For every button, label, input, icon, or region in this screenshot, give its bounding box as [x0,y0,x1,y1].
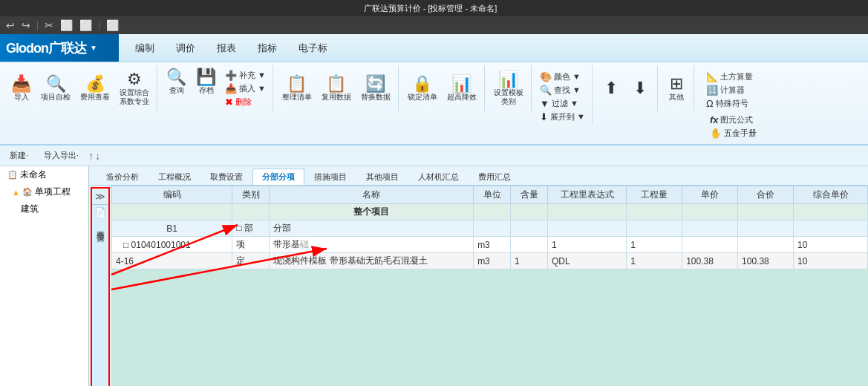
app-title: 广联达预算计价 - [投标管理 - 未命名] [0,3,861,14]
td-item2-price[interactable]: 100.38 [682,253,738,269]
menu-index[interactable]: 指标 [249,39,286,58]
menu-report[interactable]: 报表 [208,39,245,58]
tab-measures[interactable]: 措施项目 [304,169,356,185]
menu-ebid[interactable]: 电子标 [290,39,336,58]
collapse-label[interactable]: 整个项目 [92,220,108,234]
td-b1-comp [794,220,868,237]
insert-button[interactable]: 📥 插入 ▼ [222,82,269,95]
tree-item-single[interactable]: ▲ 🏠 单项工程 [0,183,88,200]
expand-button[interactable]: ⬇ 展开到 ▼ [537,111,588,123]
td-whole-name[interactable]: 整个项目 [270,204,474,220]
import-export-button[interactable]: 导入导出· [38,148,85,163]
fee-view-button[interactable]: 💰 费用查看 [76,73,114,104]
replace-button[interactable]: 🔄 替换数据 [357,73,394,104]
paste-button[interactable]: ⬜ [77,19,94,32]
project-icon: 📋 [7,170,18,180]
quick-toolbar: ↩ ↪ | ✂ ⬜ ⬜ | ⬜ [0,16,868,34]
collapse-side-panel[interactable]: ≫ 📄 整个项目 [91,187,110,386]
redo-button[interactable]: ↪ [19,19,33,32]
copy-button[interactable]: ⬜ [58,19,75,32]
tab-project-overview[interactable]: 工程概况 [149,169,200,185]
td-b1-price [682,220,738,237]
nav-arrows: ↑ ↓ [88,150,100,162]
color-button[interactable]: 🎨 颜色 ▼ [537,71,588,83]
td-item1-type: 项 [232,237,270,253]
tree-item-unnamed[interactable]: 📋 未命名 [0,166,88,183]
th-unit: 单位 [474,186,511,204]
overhead-button[interactable]: 📊 超高降效 [443,73,480,104]
settings-button[interactable]: ⚙ 设置综合系数专业 [116,69,153,108]
nav-down-arrow[interactable]: ↓ [95,150,100,162]
up-icon: ⬆ [604,80,618,96]
insert-icon: 📥 [225,83,237,94]
filter-button[interactable]: ▼ 过滤 ▼ [537,97,588,110]
td-item1-qty[interactable]: 1 [627,237,682,253]
other-button[interactable]: ⊞ 其他 [663,73,690,104]
td-item2-qty[interactable]: 1 [627,253,682,269]
td-item1-price [682,237,738,253]
td-item2-comp: 10 [794,253,868,269]
menu-edit[interactable]: 编制 [126,39,163,58]
formula-button[interactable]: fx 图元公式 [707,114,760,126]
th-name: 名称 [270,186,474,204]
query-button[interactable]: 🔍 查询 [163,67,190,97]
overhead-icon: 📊 [451,76,471,92]
lock-list-button[interactable]: 🔒 锁定清单 [404,73,441,104]
lock-icon: 🔒 [412,76,432,92]
th-quantity: 工程量 [627,186,682,204]
earthwork-button[interactable]: 📐 土方算量 [703,71,756,83]
td-whole-total [738,204,794,220]
logo-area[interactable]: Glodon广联达 ▼ [0,34,119,62]
down-icon: ⬇ [633,80,647,96]
logo-text: Glodon广联达 [6,39,86,57]
reuse-button[interactable]: 📋 复用数据 [318,73,355,104]
work-area: 📋 未命名 ▲ 🏠 单项工程 建筑 造价分析 工程概况 取费设置 分部分项 措施… [0,166,868,386]
move-up-button[interactable]: ⬆ [598,78,624,99]
table-content-area: ≫ 📄 整个项目 编码 类别 名称 单位 含量 工程里表达式 [89,186,868,386]
td-whole-comp [794,204,868,220]
title-bar: 广联达预算计价 - [投标管理 - 未命名] [0,0,868,16]
hardware-button[interactable]: ✋ 五金手册 [707,127,760,140]
special-symbol-button[interactable]: Ω 特殊符号 [703,97,756,110]
main-table: 编码 类别 名称 单位 含量 工程里表达式 工程量 单价 合价 综合单价 [111,186,868,269]
ribbon-group-template: 📊 设置模板类别 [486,65,532,111]
archive-button[interactable]: 💾 存档 [192,67,220,97]
menu-adjust[interactable]: 调价 [167,39,204,58]
td-item1-formula[interactable]: 1 [548,237,627,253]
td-item2-formula[interactable]: QDL [548,253,627,269]
tab-division-items[interactable]: 分部分项 [252,169,304,185]
table-row-item1: □ 010401001001 项 带形基础 m3 1 1 10 [112,237,868,253]
tab-labor-materials[interactable]: 人材机汇总 [408,169,469,185]
color-icon: 🎨 [540,71,552,82]
new-button[interactable]: 新建· [4,148,34,163]
td-b1-qty [627,220,682,237]
sort-list-button[interactable]: 📋 整理清单 [278,73,316,104]
tab-fee-settings[interactable]: 取费设置 [200,169,252,185]
delete-button[interactable]: ✖ 删除 [222,96,269,108]
cut-button[interactable]: ✂ [42,19,56,32]
td-b1-name[interactable]: 分部 [270,220,474,237]
tab-other-items[interactable]: 其他项目 [356,169,408,185]
move-down-button[interactable]: ⬇ [627,78,653,99]
ribbon-group-clear: 📋 整理清单 📋 复用数据 🔄 替换数据 [275,65,399,111]
supplement-button[interactable]: ➕ 补充 ▼ [222,69,269,82]
calculator-button[interactable]: 🔢 计算器 [703,84,756,96]
check-button[interactable]: 🔍 项目自检 [37,73,74,104]
ribbon-group-import: 📥 导入 🔍 项目自检 💰 费用查看 ⚙ 设置综合系数专业 [4,65,157,111]
expand-arrow[interactable]: ≫ [92,189,108,205]
replace-icon: 🔄 [365,76,385,92]
td-item2-type: 定 [232,253,270,269]
tab-cost-analysis[interactable]: 造价分析 [97,169,149,185]
right-panel: 造价分析 工程概况 取费设置 分部分项 措施项目 其他项目 人材机汇总 费用汇总… [89,166,868,386]
print-button[interactable]: ⬜ [104,19,121,32]
tab-fee-summary[interactable]: 费用汇总 [469,169,521,185]
import-button[interactable]: 📥 导入 [7,73,35,104]
find-button[interactable]: 🔍 查找 ▼ [537,84,588,96]
query-icon: 🔍 [166,69,186,85]
tree-item-building[interactable]: 建筑 [0,200,88,217]
nav-up-arrow[interactable]: ↑ [88,150,94,162]
template-button[interactable]: 📊 设置模板类别 [490,69,527,108]
undo-button[interactable]: ↩ [4,19,17,32]
sep1: | [36,20,39,30]
doc-icon[interactable]: 📄 [92,205,108,220]
